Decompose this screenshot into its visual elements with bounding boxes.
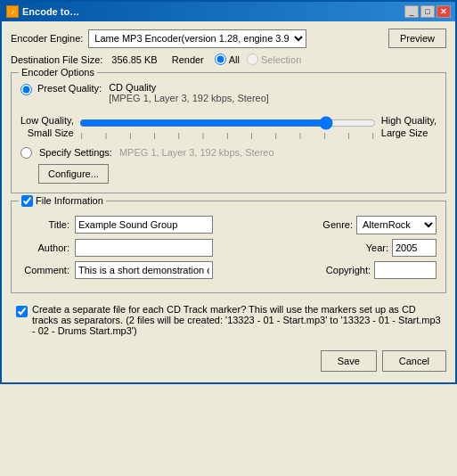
preset-detail: [MPEG 1, Layer 3, 192 kbps, Stereo]	[109, 93, 269, 103]
year-fields: Year:	[353, 239, 437, 257]
window-body: Encoder Engine: Lame MP3 Encoder(version…	[2, 21, 455, 382]
quality-slider-section: Low Quality, Small Size ||||| ||||| ||| …	[20, 114, 437, 140]
year-label: Year:	[353, 242, 388, 253]
year-input[interactable]	[392, 239, 437, 257]
separate-file-text: Create a separate file for each CD Track…	[32, 304, 441, 336]
preset-quality-radio[interactable]	[20, 84, 32, 95]
comment-copyright-row: Comment: This is a short demonstration o…	[20, 261, 437, 279]
copyright-label: Copyright:	[322, 265, 371, 275]
encoder-engine-row: Encoder Engine: Lame MP3 Encoder(version…	[11, 29, 446, 48]
preset-quality-label: Preset Quality:	[37, 83, 102, 94]
maximize-button[interactable]: □	[420, 5, 435, 18]
specify-settings-row: Specify Settings: MPEG 1, Layer 3, 192 k…	[20, 147, 437, 159]
title-bar-left: ♪ Encode to…	[6, 5, 79, 18]
render-label: Render	[172, 54, 204, 65]
file-info-label: File Information	[36, 195, 103, 206]
render-radio-group: All Selection	[215, 53, 302, 65]
title-bar: ♪ Encode to… _ □ ✕	[2, 2, 455, 21]
all-radio-label: All	[229, 54, 240, 65]
selection-radio[interactable]	[247, 53, 258, 65]
preset-info: CD Quality [MPEG 1, Layer 3, 192 kbps, S…	[109, 82, 269, 103]
genre-select[interactable]: AlternRock Rock Pop Jazz Classical	[356, 216, 437, 234]
preset-quality-row: Preset Quality: CD Quality [MPEG 1, Laye…	[20, 82, 437, 103]
encoder-options-title: Encoder Options	[19, 67, 97, 78]
window-icon: ♪	[6, 5, 19, 18]
configure-button[interactable]: Configure...	[38, 164, 109, 184]
separate-file-row: Create a separate file for each CD Track…	[11, 300, 446, 340]
author-label: Author:	[20, 242, 69, 253]
comment-label: Comment:	[20, 265, 69, 275]
close-button[interactable]: ✕	[437, 5, 451, 18]
comment-input[interactable]	[75, 261, 213, 279]
specify-value: MPEG 1, Layer 3, 192 kbps, Stereo	[119, 147, 274, 158]
high-quality-label: High Quality, Large Size	[381, 114, 437, 140]
bottom-buttons: Save Cancel	[11, 347, 446, 375]
file-info-title: File Information	[19, 195, 106, 207]
preview-button[interactable]: Preview	[388, 29, 446, 48]
file-info-checkbox[interactable]	[21, 195, 33, 207]
genre-label: Genre:	[317, 219, 353, 230]
selection-radio-label: Selection	[261, 54, 301, 65]
genre-fields: Genre: AlternRock Rock Pop Jazz Classica…	[317, 216, 437, 234]
destination-value: 356.85 KB	[111, 54, 157, 65]
title-input[interactable]	[75, 216, 213, 234]
destination-label: Destination File Size:	[11, 54, 102, 65]
copyright-input[interactable]	[374, 261, 437, 279]
specify-settings-radio[interactable]	[20, 147, 32, 159]
quality-slider[interactable]	[79, 115, 376, 131]
title-genre-row: Title: Example Sound Group Genre: Altern…	[20, 216, 437, 234]
destination-row: Destination File Size: 356.85 KB Render …	[11, 53, 446, 65]
save-button[interactable]: Save	[321, 350, 377, 372]
encode-to-dialog: ♪ Encode to… _ □ ✕ Encoder Engine: Lame …	[0, 0, 457, 384]
window-title: Encode to…	[22, 6, 79, 17]
title-label: Title:	[20, 219, 69, 230]
selection-radio-item: Selection	[247, 53, 301, 65]
copyright-fields: Copyright:	[322, 261, 437, 279]
slider-container: ||||| ||||| |||	[79, 115, 376, 139]
author-year-row: Author: Year:	[20, 239, 437, 257]
author-input[interactable]	[75, 239, 213, 257]
slider-ticks: ||||| ||||| |||	[79, 131, 376, 139]
specify-settings-label: Specify Settings:	[39, 147, 112, 158]
all-radio-item: All	[215, 53, 240, 65]
separate-file-checkbox[interactable]	[16, 306, 28, 317]
encoder-engine-label: Encoder Engine:	[11, 33, 83, 44]
title-buttons: _ □ ✕	[404, 5, 451, 18]
low-quality-label: Low Quality, Small Size	[20, 114, 74, 140]
preset-name: CD Quality	[109, 82, 269, 93]
minimize-button[interactable]: _	[404, 5, 419, 18]
encoder-engine-select[interactable]: Lame MP3 Encoder(version 1.28, engine 3.…	[88, 29, 306, 48]
cancel-button[interactable]: Cancel	[382, 350, 446, 372]
all-radio[interactable]	[215, 53, 226, 65]
file-information-group: File Information Title: Example Sound Gr…	[11, 201, 446, 293]
encoder-options-group: Encoder Options Preset Quality: CD Quali…	[11, 72, 446, 193]
